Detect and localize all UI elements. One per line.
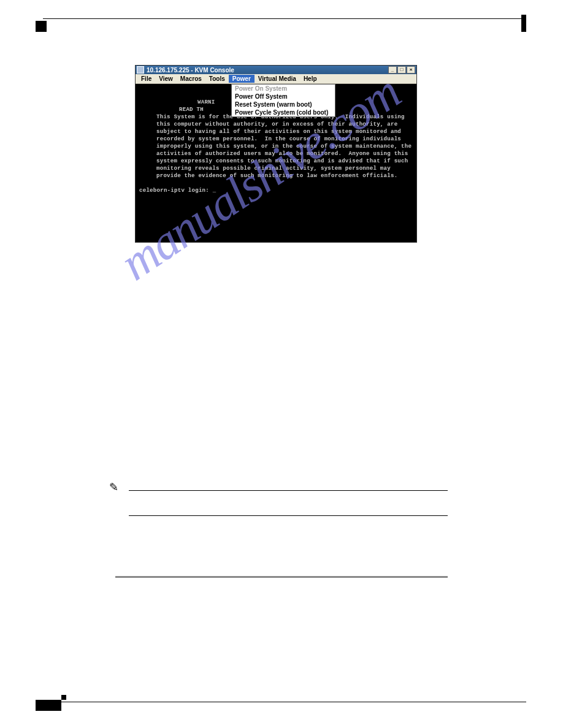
note-rule bbox=[129, 490, 448, 491]
dd-power-off[interactable]: Power Off System bbox=[232, 93, 335, 100]
close-button[interactable]: × bbox=[407, 66, 415, 74]
window-controls: _ □ × bbox=[388, 66, 415, 74]
power-dropdown: Power On System Power Off System Reset S… bbox=[231, 84, 335, 117]
console-line: WARNI bbox=[197, 99, 215, 105]
menu-macros[interactable]: Macros bbox=[177, 75, 205, 83]
corner-marker bbox=[521, 15, 526, 32]
corner-marker bbox=[61, 695, 66, 700]
note-icon: ✎ bbox=[109, 480, 118, 494]
kvm-window: 10.126.175.225 - KVM Console _ □ × File … bbox=[135, 65, 417, 243]
menu-power[interactable]: Power bbox=[229, 75, 255, 83]
titlebar: 10.126.175.225 - KVM Console _ □ × bbox=[136, 66, 416, 74]
menu-help[interactable]: Help bbox=[300, 75, 321, 83]
page-rule bbox=[42, 702, 526, 702]
console-viewport: WARNI READ TH LOGON This System is for t… bbox=[136, 84, 416, 242]
menu-file[interactable]: File bbox=[137, 75, 155, 83]
note-rule bbox=[129, 515, 448, 516]
corner-marker bbox=[36, 21, 47, 32]
note-block: ✎ bbox=[129, 490, 448, 516]
dd-power-on: Power On System bbox=[232, 85, 335, 93]
window-title: 10.126.175.225 - KVM Console bbox=[147, 67, 234, 74]
menubar: File View Macros Tools Power Virtual Med… bbox=[136, 74, 416, 84]
menu-virtual-media[interactable]: Virtual Media bbox=[255, 75, 300, 83]
menu-view[interactable]: View bbox=[155, 75, 177, 83]
dd-reset-warm[interactable]: Reset System (warm boot) bbox=[232, 100, 335, 108]
console-login-prompt[interactable]: celeborn-iptv login: _ bbox=[139, 188, 216, 194]
section-divider bbox=[115, 576, 448, 578]
menu-tools[interactable]: Tools bbox=[205, 75, 229, 83]
maximize-button[interactable]: □ bbox=[397, 66, 406, 74]
console-warning-body: This System is for the use of authorized… bbox=[156, 113, 413, 180]
app-icon bbox=[137, 66, 144, 74]
kvm-screenshot: 10.126.175.225 - KVM Console _ □ × File … bbox=[135, 65, 417, 243]
dd-power-cycle-cold[interactable]: Power Cycle System (cold boot) bbox=[232, 108, 335, 116]
minimize-button[interactable]: _ bbox=[388, 66, 397, 74]
